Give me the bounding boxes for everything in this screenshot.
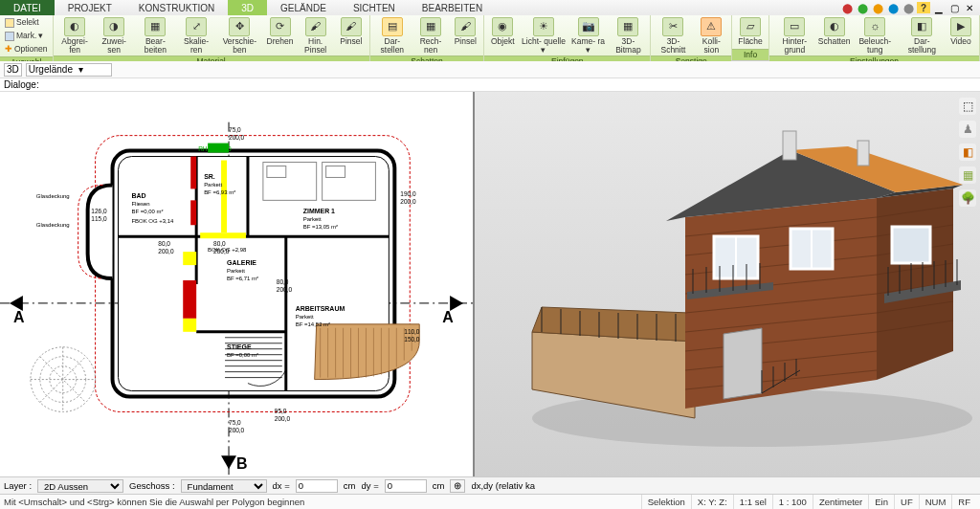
svg-rect-30 [190, 200, 196, 225]
mark-button[interactable]: Mark. ▾ [2, 30, 46, 42]
tab-projekt[interactable]: PROJEKT [55, 0, 125, 15]
svg-text:126,0: 126,0 [91, 208, 107, 214]
svg-text:Fliesen: Fliesen [131, 201, 149, 207]
video-button[interactable]: ▶Video [945, 16, 977, 47]
floorplan-viewport[interactable]: A A B [0, 92, 475, 476]
flaeche-button[interactable]: ▱Fläche [734, 16, 767, 47]
hinpinsel-button[interactable]: 🖌Hin. Pinsel [297, 16, 335, 55]
abgreifen-button[interactable]: ◐Abgrei- fen [56, 16, 95, 55]
kamera-button[interactable]: 📷Kame- ra ▾ [568, 16, 609, 55]
kollision-button[interactable]: ⚠Kolli- sion [694, 16, 729, 55]
schnitt3d-button[interactable]: ✂3D- Schnitt [653, 16, 693, 55]
status-sel: 1:1 sel [733, 495, 772, 509]
object-icon[interactable]: ♟ [959, 121, 976, 138]
svg-text:ARBEITSRAUM: ARBEITSRAUM [296, 305, 345, 312]
svg-text:95,0: 95,0 [275, 408, 287, 414]
schatten-settings-button[interactable]: ◐Schatten [818, 16, 851, 47]
svg-text:Parkett: Parkett [204, 182, 222, 188]
svg-text:80,0: 80,0 [158, 240, 170, 247]
material-icon[interactable]: ◧ [959, 144, 976, 161]
tab-3d[interactable]: 3D [228, 0, 267, 15]
svg-rect-33 [200, 232, 246, 238]
status-selektion: Selektion [641, 495, 691, 509]
selekt-button[interactable]: Selekt [2, 16, 42, 29]
lichtquelle-button[interactable]: ☀Licht- quelle ▾ [519, 16, 568, 55]
layers-icon[interactable]: ⬚ [959, 98, 976, 115]
status-hint: Mit <Umschalt> und <Strg> können Sie die… [4, 497, 641, 507]
dx-label: dx = [273, 480, 290, 491]
bearbeiten-button[interactable]: ▦Bear- beiten [134, 16, 177, 55]
pinsel-button[interactable]: 🖌Pinsel [335, 16, 368, 47]
schatten-pinsel-button[interactable]: 🖌Pinsel [449, 16, 481, 47]
tab-bearbeiten[interactable]: BEARBEITEN [409, 0, 496, 15]
tab-konstruktion[interactable]: KONSTRUKTION [125, 0, 228, 15]
titlebar-icon[interactable]: ⬤ [871, 2, 884, 13]
close-button[interactable]: ✕ [963, 2, 976, 13]
svg-marker-135 [724, 328, 762, 399]
titlebar-icon[interactable]: ⬤ [840, 2, 854, 13]
tab-gelaende[interactable]: GELÄNDE [267, 0, 340, 15]
geschoss-label: Geschoss : [129, 480, 175, 491]
geschoss-dropdown[interactable]: Fundament [181, 479, 267, 493]
svg-text:BF =6,71 m²: BF =6,71 m² [227, 276, 258, 281]
svg-text:200,0: 200,0 [400, 198, 416, 205]
darstellung-button[interactable]: ◧Dar- stellung [900, 16, 945, 55]
darstellen-button[interactable]: ▤Dar- stellen [372, 16, 412, 55]
layer-select[interactable]: Urgelände ▾ [26, 63, 112, 77]
svg-rect-35 [183, 319, 196, 332]
svg-text:Glasdeckung: Glasdeckung [36, 222, 70, 228]
svg-text:SR.: SR. [204, 173, 215, 180]
svg-text:BF =13,05 m²: BF =13,05 m² [303, 224, 338, 230]
optionen-button[interactable]: ✚Optionen [2, 43, 51, 55]
tab-datei[interactable]: DATEI [0, 0, 55, 15]
ribbon-group-schatten: ▤Dar- stellen ▦Rech- nen 🖌Pinsel Schatte… [370, 15, 484, 60]
help-button[interactable]: ? [917, 2, 930, 13]
svg-text:75,0: 75,0 [229, 126, 241, 133]
status-unit: Zentimeter [813, 495, 868, 509]
layer-dropdown[interactable]: 2D Aussen [37, 479, 123, 493]
texture-icon[interactable]: ▦ [959, 166, 976, 184]
hintergrund-button[interactable]: ▭Hinter- grund [771, 16, 818, 55]
tree-icon[interactable]: 🌳 [959, 189, 976, 207]
bitmap3d-button[interactable]: ▦3D- Bitmap [608, 16, 648, 55]
objekt-button[interactable]: ◉Objekt [486, 16, 519, 47]
titlebar-icon[interactable]: ⬤ [902, 2, 915, 13]
svg-text:Parkett: Parkett [227, 268, 245, 274]
status-scale: 1 : 100 [772, 495, 813, 509]
drehen-button[interactable]: ⟳Drehen [264, 16, 297, 47]
skalieren-button[interactable]: ⤢Skalie- ren [177, 16, 215, 55]
svg-rect-29 [190, 157, 196, 189]
ribbon-group-auswahl: Selekt Mark. ▾ ✚Optionen Auswahl [0, 15, 54, 60]
svg-text:115,0: 115,0 [91, 215, 107, 222]
svg-text:200,0: 200,0 [229, 427, 245, 433]
svg-rect-32 [221, 161, 227, 233]
svg-text:BF =0,00 m²: BF =0,00 m² [131, 209, 163, 214]
beleuchtung-button[interactable]: ☼Beleuch- tung [851, 16, 900, 55]
titlebar-icon[interactable]: ⬤ [886, 2, 900, 13]
dy-input[interactable] [385, 479, 427, 493]
coord-toggle[interactable]: ⊕ [450, 479, 465, 493]
svg-text:BF =14,52 m²: BF =14,52 m² [296, 321, 330, 327]
svg-text:Parkett: Parkett [303, 216, 322, 222]
maximize-button[interactable]: ▢ [947, 2, 961, 13]
rechnen-button[interactable]: ▦Rech- nen [412, 16, 449, 55]
svg-text:Glasdeckung: Glasdeckung [36, 193, 70, 199]
svg-rect-134 [892, 227, 930, 263]
status-ein: Ein [868, 495, 894, 509]
zuweisen-button[interactable]: ◑Zuwei- sen [95, 16, 134, 55]
minimize-button[interactable]: ▁ [932, 2, 946, 13]
dx-input[interactable] [296, 479, 338, 493]
svg-text:200,0: 200,0 [275, 415, 291, 422]
titlebar-icon[interactable]: ⬤ [856, 2, 869, 13]
svg-rect-128 [783, 131, 796, 160]
mode-select[interactable]: 3D [4, 63, 22, 77]
svg-text:GALERIE: GALERIE [227, 259, 256, 266]
3d-viewport[interactable]: ⬚ ♟ ◧ ▦ 🌳 [475, 92, 980, 476]
svg-text:200,0: 200,0 [213, 248, 230, 254]
svg-text:B: B [236, 455, 248, 472]
svg-text:ZIMMER 1: ZIMMER 1 [303, 208, 335, 214]
verschieben-button[interactable]: ✥Verschie- ben [215, 16, 263, 55]
svg-text:A: A [442, 309, 454, 325]
dialoge-bar: Dialoge: [0, 78, 980, 92]
tab-sichten[interactable]: SICHTEN [340, 0, 409, 15]
